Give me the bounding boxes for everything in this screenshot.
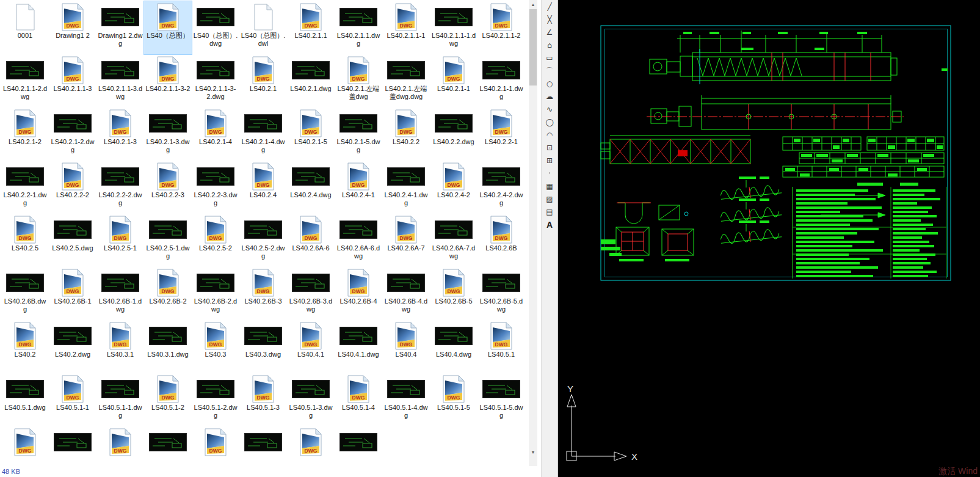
- file-item[interactable]: LS40.5.1-2.dwg: [192, 373, 239, 426]
- cad-drawing[interactable]: Y X: [558, 0, 980, 477]
- line-tool[interactable]: ╱: [543, 2, 556, 12]
- file-item[interactable]: LS40.2.1.1-3-2.dwg: [192, 54, 239, 107]
- file-item[interactable]: DWGLS40.2.6A-6: [287, 214, 335, 267]
- file-item[interactable]: LS40.3.dwg: [239, 320, 287, 373]
- file-item[interactable]: LS40.2.1.dwg: [287, 54, 335, 107]
- file-item[interactable]: DWG: [192, 426, 239, 466]
- point-tool[interactable]: ·: [543, 169, 556, 179]
- file-item[interactable]: LS40.2.1-4.dwg: [239, 107, 287, 161]
- file-item[interactable]: LS40.2.6B-4.dwg: [382, 267, 430, 320]
- file-item[interactable]: 0001: [1, 1, 49, 54]
- file-item[interactable]: DWGLS40.2.2-3: [144, 161, 192, 214]
- file-item[interactable]: DWGDrawing1 2: [49, 1, 96, 54]
- circle-tool[interactable]: ○: [543, 79, 556, 89]
- cad-viewport[interactable]: Y X 激活 Wind: [558, 0, 980, 477]
- file-item[interactable]: Drawing1 2.dwg: [96, 1, 144, 54]
- file-item[interactable]: LS40.3.1.dwg: [144, 320, 192, 373]
- file-item[interactable]: [335, 426, 382, 466]
- file-item[interactable]: LS40.2.1-5.dwg: [335, 107, 382, 161]
- ellipse-arc-tool[interactable]: ◠: [543, 130, 556, 140]
- file-item[interactable]: LS40.2.6B-1.dwg: [96, 267, 144, 320]
- file-item[interactable]: LS40.2.1.1.dwg: [335, 1, 382, 54]
- file-item[interactable]: LS40.2.1-2.dwg: [49, 107, 96, 161]
- file-item[interactable]: DWGLS40.2.6B-4: [335, 267, 382, 320]
- file-item[interactable]: LS40.2.dwg: [49, 320, 96, 373]
- insert-block-tool[interactable]: ⊡: [543, 143, 556, 153]
- file-item[interactable]: DWGLS40.2.6B-5: [430, 267, 477, 320]
- file-item[interactable]: DWGLS40（总图）: [144, 1, 192, 54]
- file-panel-scrollbar[interactable]: ▲ ▼: [529, 0, 537, 466]
- file-item[interactable]: LS40.2.6A-6.dwg: [335, 214, 382, 267]
- file-item[interactable]: DWGLS40.2.2-2: [49, 161, 96, 214]
- file-item[interactable]: LS40.2.1.1-1.dwg: [430, 1, 477, 54]
- polygon-tool[interactable]: ⌂: [543, 40, 556, 51]
- file-item[interactable]: [49, 426, 96, 466]
- file-item[interactable]: LS40.2.2-3.dwg: [192, 161, 239, 214]
- spline-tool[interactable]: ∿: [543, 104, 556, 115]
- file-item[interactable]: DWGLS40.5.1-3: [239, 373, 287, 426]
- polyline-tool[interactable]: ∠: [543, 27, 556, 38]
- file-item[interactable]: DWGLS40.2.6B-3: [239, 267, 287, 320]
- file-item[interactable]: DWGLS40.2.4: [239, 161, 287, 214]
- file-item[interactable]: DWGLS40.2.4-1: [335, 161, 382, 214]
- file-item[interactable]: LS40.2.4.dwg: [287, 161, 335, 214]
- file-item[interactable]: DWGLS40.5.1-1: [49, 373, 96, 426]
- file-item[interactable]: DWGLS40.2.5: [1, 214, 49, 267]
- file-item[interactable]: DWGLS40.2.2-1: [477, 107, 525, 161]
- file-item[interactable]: DWGLS40.2.1.1-3: [49, 54, 96, 107]
- file-item[interactable]: LS40.2.4-2.dwg: [477, 161, 525, 214]
- file-item[interactable]: DWGLS40.2.6B: [477, 214, 525, 267]
- file-item[interactable]: DWGLS40.2.1-2: [1, 107, 49, 161]
- file-item[interactable]: DWGLS40.2.2: [382, 107, 430, 161]
- file-item[interactable]: DWGLS40.2.5-2: [192, 214, 239, 267]
- file-item[interactable]: [144, 426, 192, 466]
- multiline-text-tool[interactable]: A: [543, 220, 556, 230]
- file-item[interactable]: LS40.2.1.1-3.dwg: [96, 54, 144, 107]
- file-item[interactable]: DWGLS40.2.6B-1: [49, 267, 96, 320]
- file-item[interactable]: DWGLS40.2.1-5: [287, 107, 335, 161]
- file-item[interactable]: LS40.2.6B-5.dwg: [477, 267, 525, 320]
- file-item[interactable]: LS40.5.1.dwg: [1, 373, 49, 426]
- file-item[interactable]: LS40.2.6B-3.dwg: [287, 267, 335, 320]
- make-block-tool[interactable]: ⊞: [543, 156, 556, 166]
- file-item[interactable]: [239, 426, 287, 466]
- file-item[interactable]: DWGLS40.2.1-1: [430, 54, 477, 107]
- file-item[interactable]: DWG: [96, 426, 144, 466]
- file-item[interactable]: LS40.2.1-3.dwg: [144, 107, 192, 161]
- file-item[interactable]: DWGLS40.2.5-1: [96, 214, 144, 267]
- file-item[interactable]: DWGLS40.5.1-2: [144, 373, 192, 426]
- file-item[interactable]: DWGLS40.3.1: [96, 320, 144, 373]
- file-item[interactable]: LS40.2.5-1.dwg: [144, 214, 192, 267]
- file-item[interactable]: DWGLS40.2.1.1-3-2: [144, 54, 192, 107]
- scroll-down-arrow-icon[interactable]: ▼: [529, 448, 537, 456]
- file-item[interactable]: LS40.2.2-2.dwg: [96, 161, 144, 214]
- construction-line-tool[interactable]: ╳: [543, 15, 556, 25]
- file-item[interactable]: DWGLS40.2.1-3: [96, 107, 144, 161]
- file-item[interactable]: LS40.5.1-3.dwg: [287, 373, 335, 426]
- ellipse-tool[interactable]: ◯: [543, 117, 556, 128]
- file-item[interactable]: LS40.2.6B-2.dwg: [192, 267, 239, 320]
- file-item[interactable]: DWGLS40.2.1.左端盖dwg: [335, 54, 382, 107]
- file-item[interactable]: DWGLS40.2.4-2: [430, 161, 477, 214]
- file-item[interactable]: DWGLS40.2.1-4: [192, 107, 239, 161]
- revision-cloud-tool[interactable]: ☁: [543, 92, 556, 102]
- rectangle-tool[interactable]: ▭: [543, 53, 556, 64]
- file-item[interactable]: LS40.4.1.dwg: [335, 320, 382, 373]
- scrollbar-thumb[interactable]: [529, 9, 537, 86]
- file-item[interactable]: LS40.2.2-1.dwg: [1, 161, 49, 214]
- file-item[interactable]: LS40（总图）.dwl: [239, 1, 287, 54]
- file-item[interactable]: DWGLS40.2.6B-2: [144, 267, 192, 320]
- file-item[interactable]: LS40.2.5.dwg: [49, 214, 96, 267]
- file-item[interactable]: LS40.5.1-5.dwg: [477, 373, 525, 426]
- file-item[interactable]: DWGLS40.4: [382, 320, 430, 373]
- file-item[interactable]: DWGLS40.2: [1, 320, 49, 373]
- file-item[interactable]: DWGLS40.5.1: [477, 320, 525, 373]
- file-item[interactable]: LS40.2.5-2.dwg: [239, 214, 287, 267]
- file-item[interactable]: DWGLS40.4.1: [287, 320, 335, 373]
- file-item[interactable]: DWGLS40.2.1: [239, 54, 287, 107]
- file-item[interactable]: LS40.5.1-4.dwg: [382, 373, 430, 426]
- file-item[interactable]: DWGLS40.2.1.1-1: [382, 1, 430, 54]
- file-item[interactable]: LS40.2.1.左端盖dwg.dwg: [382, 54, 430, 107]
- file-item[interactable]: LS40.2.4-1.dwg: [382, 161, 430, 214]
- file-item[interactable]: LS40.2.6B.dwg: [1, 267, 49, 320]
